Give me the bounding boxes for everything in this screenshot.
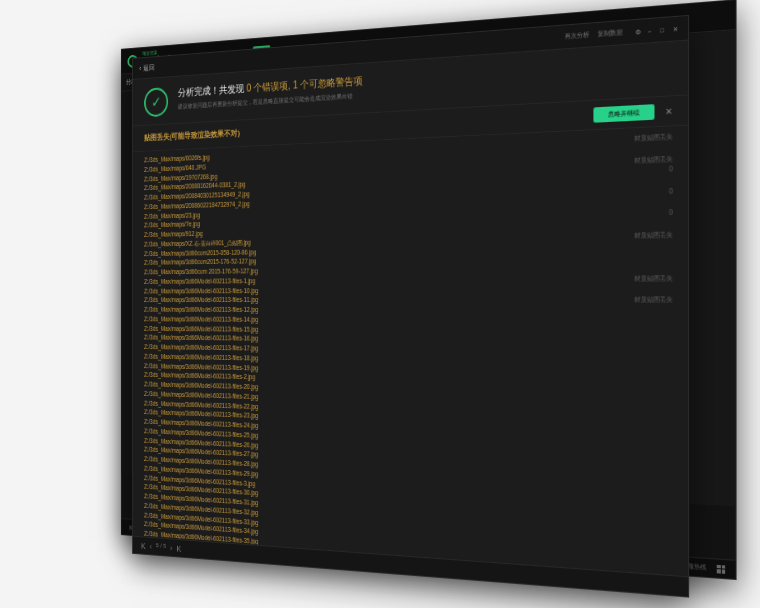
file-status — [641, 359, 673, 370]
file-status — [641, 370, 673, 381]
maximize-icon[interactable]: □ — [660, 27, 666, 34]
file-status — [641, 391, 673, 403]
file-status: 材质贴图丢失 — [603, 294, 673, 305]
file-list-body: Z:/3ds_Max/maps/0026fs.jpg材质贴图丢失Z:/3ds_M… — [133, 126, 688, 576]
file-path: Z:/3ds_Max/maps/3d66Model-602113-files-1… — [144, 295, 258, 305]
window-controls: ⚙ − □ ✕ — [631, 25, 679, 36]
file-path: Z:/3ds_Max/maps/3d66Model-602113-files-1… — [144, 305, 258, 315]
link-copy[interactable]: 复制数据 — [598, 28, 623, 40]
minimize-icon[interactable]: − — [648, 28, 654, 35]
file-status — [641, 283, 673, 294]
pager-pos: 5/5 — [156, 542, 168, 552]
section-close-icon[interactable]: ✕ — [665, 106, 673, 116]
file-status — [641, 262, 673, 273]
grid-icon[interactable] — [717, 564, 725, 573]
ignore-continue-button[interactable]: 忽略并继续 — [593, 104, 654, 123]
missing-files-list: Z:/3ds_Max/maps/0026fs.jpg材质贴图丢失Z:/3ds_M… — [144, 131, 673, 576]
pager-first-icon[interactable]: K — [141, 541, 147, 551]
file-status: 0 — [637, 207, 673, 219]
banner-title-a: 分析完成！共发现 — [178, 83, 247, 98]
gear-icon[interactable]: ⚙ — [635, 27, 641, 35]
file-status — [641, 381, 673, 393]
file-row[interactable]: Z:/3ds_Max/maps/3d66Model-602113-files-1… — [144, 294, 673, 305]
file-status — [641, 196, 673, 208]
file-path: Z:/3ds_Max/maps/3d66Model-602113-files-1… — [144, 276, 255, 286]
checkmark-icon: ✓ — [144, 87, 168, 117]
pager-last-icon[interactable]: K — [177, 543, 184, 553]
pager-next-icon[interactable]: › — [170, 543, 174, 553]
logo-sublabel: 瑞云渲染 — [142, 49, 157, 56]
chevron-left-icon: ‹ — [139, 65, 141, 72]
file-status — [641, 316, 673, 327]
pager-prev-icon[interactable]: ‹ — [150, 541, 154, 551]
file-status — [641, 251, 673, 262]
close-icon[interactable]: ✕ — [673, 25, 680, 33]
section-title: 贴图丢失(可能导致渲染效果不对) — [144, 129, 240, 144]
back-label: 返回 — [144, 63, 155, 73]
file-status: 材质贴图丢失 — [603, 272, 673, 283]
file-status — [641, 337, 673, 348]
analysis-dialog: ‹ 返回 再次分析 复制数据 ⚙ − □ ✕ ✓ 分析完成！共发现 0 个错误项… — [132, 15, 689, 598]
banner-title-b: 0 个错误项, 1 个可忽略警告项 — [247, 75, 363, 94]
back-button[interactable]: ‹ 返回 — [139, 63, 154, 74]
file-status — [641, 240, 673, 251]
file-status — [641, 327, 673, 338]
file-path: Z:/3ds_Max/maps/3d66Model-602113-files-1… — [144, 286, 258, 296]
link-reanalyze[interactable]: 再次分析 — [565, 30, 590, 42]
dialog-pager[interactable]: K ‹ 5/5 › K — [141, 541, 183, 554]
file-status — [641, 305, 673, 316]
file-status — [641, 218, 673, 230]
file-status — [641, 348, 673, 359]
